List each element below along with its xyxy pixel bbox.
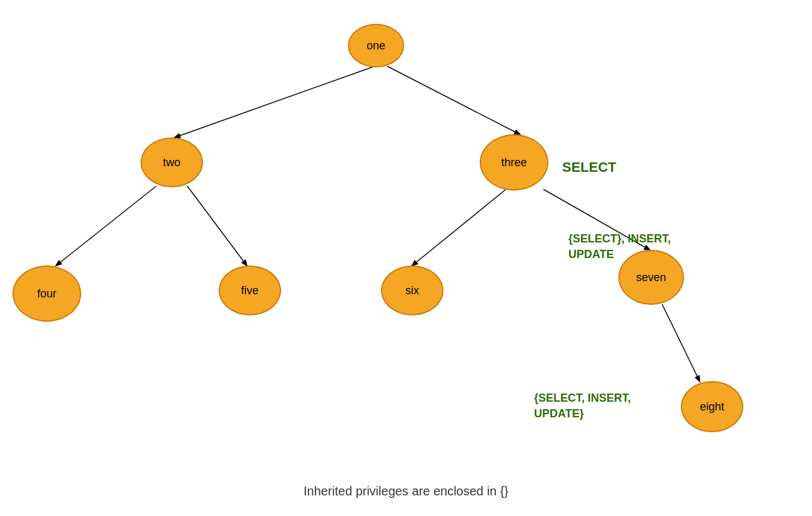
svg-line-2: [56, 186, 156, 265]
footer-text: Inherited privileges are enclosed in {}: [0, 484, 812, 499]
node-seven-label: seven: [636, 271, 666, 284]
node-five: five: [219, 265, 281, 315]
node-two: two: [141, 137, 203, 187]
node-eight-label: eight: [700, 400, 724, 414]
node-two-label: two: [163, 156, 181, 169]
node-four: four: [12, 265, 81, 322]
node-one-label: one: [367, 39, 385, 52]
node-four-label: four: [37, 287, 56, 300]
label-select-insert-update: {SELECT}, INSERT,UPDATE: [568, 231, 671, 262]
node-three-label: three: [501, 156, 527, 169]
svg-line-1: [387, 66, 520, 134]
label-select-insert-update2: {SELECT, INSERT,UPDATE}: [534, 390, 631, 422]
tree-edges: [0, 0, 812, 516]
node-five-label: five: [241, 284, 259, 297]
svg-line-4: [412, 189, 506, 265]
label-select: SELECT: [562, 159, 616, 176]
node-six-label: six: [405, 284, 419, 297]
node-six: six: [381, 265, 443, 315]
svg-line-6: [662, 304, 700, 381]
node-three: three: [480, 134, 548, 191]
svg-line-0: [175, 66, 375, 137]
svg-line-3: [187, 186, 247, 265]
node-eight: eight: [681, 381, 743, 432]
node-one: one: [348, 24, 404, 67]
